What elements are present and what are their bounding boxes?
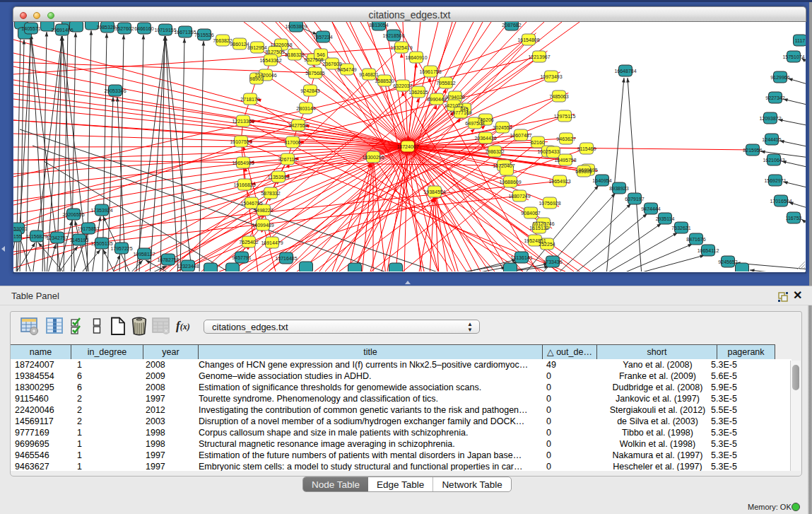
svg-text:8938923: 8938923 [609, 186, 628, 191]
svg-text:9227342: 9227342 [765, 95, 784, 100]
svg-text:16914479: 16914479 [261, 240, 283, 245]
svg-text:18807249: 18807249 [508, 194, 530, 199]
svg-text:2803144: 2803144 [296, 106, 315, 111]
svg-text:18495758: 18495758 [554, 158, 576, 163]
svg-text:11156829: 11156829 [26, 234, 47, 239]
svg-text:19175857: 19175857 [77, 226, 99, 231]
svg-text:6466160: 6466160 [134, 26, 153, 31]
svg-text:10973493: 10973493 [540, 74, 562, 79]
svg-text:62160: 62160 [531, 140, 545, 145]
svg-text:6379197: 6379197 [625, 197, 644, 201]
svg-text:2367608: 2367608 [322, 62, 341, 66]
svg-text:14099489: 14099489 [252, 223, 273, 228]
svg-text:17353924: 17353924 [90, 208, 112, 213]
svg-text:18724007: 18724007 [396, 144, 418, 149]
svg-text:2935114: 2935114 [656, 216, 675, 221]
svg-text:1244415: 1244415 [762, 137, 781, 142]
svg-text:317006: 317006 [284, 140, 300, 145]
svg-text:13226058: 13226058 [270, 42, 292, 47]
svg-text:8454749: 8454749 [337, 67, 356, 72]
svg-text:10607487: 10607487 [510, 133, 531, 138]
svg-text:9427552: 9427552 [288, 123, 307, 128]
svg-text:10654112: 10654112 [698, 248, 719, 253]
svg-text:8215956: 8215956 [743, 148, 762, 153]
svg-text:29053346: 29053346 [104, 88, 126, 93]
svg-text:1733436: 1733436 [543, 259, 562, 264]
svg-text:19654923: 19654923 [548, 179, 570, 184]
svg-text:98901: 98901 [249, 76, 264, 81]
svg-text:5498222: 5498222 [254, 208, 273, 213]
svg-text:1117: 1117 [795, 38, 806, 43]
svg-text:7857234: 7857234 [313, 35, 332, 40]
svg-text:10654985: 10654985 [232, 160, 254, 165]
svg-text:3024554: 3024554 [493, 125, 512, 130]
svg-text:1588520: 1588520 [375, 78, 394, 83]
svg-text:5878332: 5878332 [261, 191, 280, 196]
svg-text:15692971: 15692971 [764, 178, 786, 183]
svg-text:16648784: 16648784 [614, 69, 636, 74]
svg-text:15751074: 15751074 [782, 54, 804, 59]
svg-text:9242843: 9242843 [300, 88, 319, 93]
svg-text:2087682: 2087682 [502, 23, 521, 28]
svg-text:16210643: 16210643 [763, 158, 784, 163]
svg-text:9245652: 9245652 [718, 259, 737, 264]
svg-text:3267110: 3267110 [278, 157, 298, 162]
svg-text:1362615: 1362615 [408, 90, 428, 95]
svg-text:10025433: 10025433 [537, 149, 559, 154]
svg-text:2718170: 2718170 [240, 97, 259, 102]
svg-text:14136141: 14136141 [510, 255, 532, 260]
svg-text:7632621: 7632621 [671, 226, 690, 230]
svg-text:15046785: 15046785 [240, 201, 262, 206]
svg-text:17957225: 17957225 [110, 246, 132, 251]
svg-text:9463627: 9463627 [556, 136, 575, 141]
svg-text:20206555: 20206555 [62, 212, 84, 217]
svg-text:7625402: 7625402 [239, 240, 258, 245]
svg-text:15720407: 15720407 [493, 163, 514, 168]
svg-text:9457791: 9457791 [232, 255, 251, 260]
svg-text:8186328: 8186328 [285, 52, 304, 57]
svg-text:13325419: 13325419 [390, 45, 412, 50]
svg-text:9146821: 9146821 [359, 72, 378, 77]
svg-text:7485063: 7485063 [549, 94, 568, 99]
svg-text:9860124: 9860124 [230, 42, 249, 47]
svg-text:19384554: 19384554 [423, 189, 445, 194]
svg-text:16053809: 16053809 [285, 24, 307, 29]
svg-text:20691406: 20691406 [51, 28, 73, 33]
svg-text:12342757: 12342757 [46, 235, 68, 240]
svg-text:8813054: 8813054 [369, 23, 388, 28]
svg-text:6322037: 6322037 [393, 83, 412, 88]
svg-text:7986322: 7986322 [485, 149, 504, 154]
svg-text:10719155: 10719155 [154, 28, 176, 33]
svg-text:1405571: 1405571 [21, 26, 40, 31]
svg-text:9474444: 9474444 [641, 206, 660, 211]
svg-text:7955812: 7955812 [436, 81, 455, 86]
svg-text:12505135: 12505135 [90, 241, 112, 246]
svg-text:10688609: 10688609 [499, 180, 521, 185]
svg-text:19166825: 19166825 [233, 182, 255, 187]
svg-text:20364436: 20364436 [474, 136, 496, 141]
svg-text:10107553: 10107553 [230, 139, 252, 144]
svg-text:1527602: 1527602 [114, 26, 134, 31]
svg-text:16543362: 16543362 [259, 58, 281, 63]
svg-text:13716485: 13716485 [275, 256, 297, 261]
svg-text:16961758: 16961758 [419, 69, 441, 74]
svg-text:12213369: 12213369 [232, 119, 254, 124]
svg-text:9084067: 9084067 [521, 211, 540, 216]
svg-text:8471676: 8471676 [686, 237, 705, 242]
svg-text:8127509: 8127509 [265, 49, 284, 54]
svg-text:8912954: 8912954 [247, 45, 266, 50]
svg-text:1640954: 1640954 [592, 178, 611, 183]
svg-text:12093872: 12093872 [759, 116, 781, 121]
svg-text:18300295: 18300295 [362, 155, 384, 160]
svg-text:17016504: 17016504 [770, 199, 792, 204]
svg-text:16782759: 16782759 [157, 257, 179, 262]
svg-text:5875685: 5875685 [305, 71, 324, 76]
svg-text:546: 546 [317, 52, 325, 57]
svg-text:669805: 669805 [575, 169, 592, 174]
svg-text:252254: 252254 [539, 242, 555, 247]
svg-text:39155: 39155 [13, 234, 22, 239]
svg-text:9115460: 9115460 [577, 146, 596, 151]
svg-text:10958127: 10958127 [133, 252, 155, 257]
svg-text:18640910: 18640910 [405, 55, 427, 60]
svg-text:6497508: 6497508 [465, 121, 484, 126]
